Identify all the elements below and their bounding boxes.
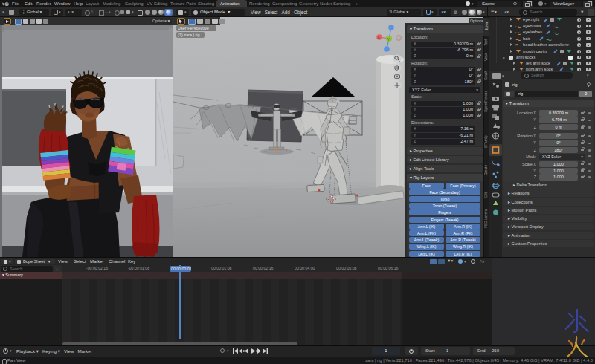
svg-text:User Perspective: User Perspective	[178, 26, 209, 30]
svg-text:(1) zara | rig: (1) zara | rig	[178, 33, 200, 37]
